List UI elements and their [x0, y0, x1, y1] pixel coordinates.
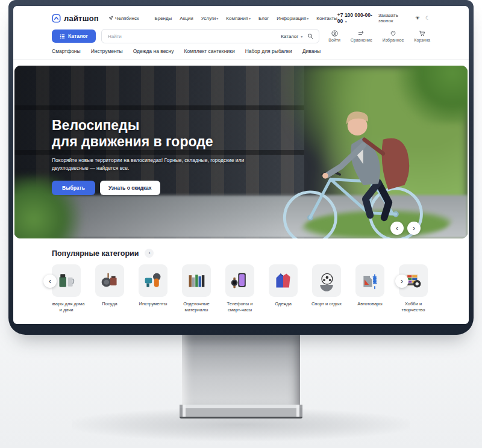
nav-brands[interactable]: Бренды: [154, 16, 172, 21]
location-icon: [108, 16, 113, 20]
request-call-link[interactable]: Заказать звонок: [378, 13, 407, 23]
nav-services-label: Услуги: [201, 16, 216, 21]
hero-subtitle: Покоряйте новые территории на велосипеда…: [52, 157, 251, 172]
cart-icon: [419, 30, 425, 37]
header-actions: Войти Сравнение: [328, 30, 430, 42]
city-selector[interactable]: Челябинск: [108, 16, 139, 21]
logo-text: лайтшоп: [64, 14, 99, 23]
catalog-menu-icon: [60, 34, 65, 39]
category-card-tools[interactable]: Инструменты: [139, 264, 167, 313]
hero-title-line1: Велосипеды: [52, 117, 139, 133]
favorites-button[interactable]: Избранное: [383, 30, 404, 42]
nav-info[interactable]: Информация▾: [277, 16, 308, 21]
monitor-base: [180, 405, 302, 418]
category-tile: [95, 264, 124, 297]
nav-blog[interactable]: Блог: [258, 16, 269, 21]
quick-link-sofas[interactable]: Диваны: [302, 48, 321, 54]
categories-heading: Популярные категории: [52, 249, 139, 258]
cart-label: Корзина: [414, 38, 430, 42]
main-nav: Бренды Акции Услуги▾ Компания▾ Блог Инфо…: [154, 16, 337, 21]
category-card-finishing-materials[interactable]: Отделочные материалы: [182, 264, 211, 313]
search-input[interactable]: [102, 34, 281, 39]
category-card-clothes[interactable]: Одежда: [269, 264, 298, 313]
categories-row: Товары для дома и дачи: [52, 264, 430, 313]
categories-next-button[interactable]: ›: [395, 275, 408, 288]
categories-heading-arrow[interactable]: ›: [145, 249, 154, 258]
search-bar: Каталог ▾: [101, 29, 319, 43]
nav-info-label: Информация: [277, 16, 306, 21]
category-icon-phones-smartwatches: [230, 270, 249, 291]
logo[interactable]: лайтшоп: [52, 14, 99, 23]
search-icon: [307, 33, 313, 39]
chevron-down-icon: ▾: [345, 20, 347, 23]
hero-discounts-button[interactable]: Узнать о скидках: [100, 181, 160, 195]
quick-link-fishing-kit[interactable]: Набор для рыбалки: [245, 48, 292, 54]
top-bar: лайтшоп Челябинск Бренды Акции Услуги▾ К…: [13, 11, 469, 25]
browser-screen: лайтшоп Челябинск Бренды Акции Услуги▾ К…: [13, 6, 469, 324]
quick-link-tools[interactable]: Инструменты: [91, 48, 123, 54]
hero-buttons: Выбрать Узнать о скидках: [52, 181, 251, 195]
popular-categories-section: Популярные категории › ‹ ›: [13, 249, 469, 313]
site-page: лайтшоп Челябинск Бренды Акции Услуги▾ К…: [13, 11, 469, 324]
category-card-auto[interactable]: Автотовары: [355, 264, 384, 313]
dark-theme-icon[interactable]: ☾: [425, 15, 430, 21]
chevron-down-icon: ▾: [307, 17, 308, 20]
hero-banner: Велосипеды для движения в городе Покоряй…: [14, 66, 468, 238]
nav-contacts[interactable]: Контакты: [316, 16, 337, 21]
category-tile: [312, 264, 341, 297]
chevron-down-icon: ▾: [301, 34, 302, 39]
search-submit-button[interactable]: [307, 33, 319, 39]
category-card-sport[interactable]: Спорт и отдых: [312, 264, 341, 313]
chevron-down-icon: ▾: [249, 17, 251, 20]
monitor-stand: [182, 335, 300, 405]
nav-services[interactable]: Услуги▾: [201, 16, 219, 21]
hero-next-button[interactable]: ›: [407, 222, 421, 235]
catalog-button-label: Каталог: [68, 33, 88, 39]
hero-title-line2: для движения в городе: [52, 134, 213, 149]
category-tile: [355, 264, 384, 297]
category-tile: [182, 264, 211, 297]
light-theme-icon[interactable]: ☀: [415, 15, 420, 21]
category-card-home-garden[interactable]: Товары для дома и дачи: [52, 264, 81, 313]
category-tile: [269, 264, 298, 297]
login-button[interactable]: Войти: [328, 30, 340, 42]
compare-button[interactable]: Сравнение: [351, 30, 372, 42]
nav-promos[interactable]: Акции: [180, 16, 193, 21]
hero-leaves-foreground: [389, 66, 468, 123]
category-icon-clothes: [274, 270, 293, 291]
category-icon-finishing-materials: [187, 270, 206, 291]
category-card-hobby[interactable]: Хобби и творчество: [399, 264, 428, 313]
category-tile: [139, 264, 167, 297]
categories-prev-button[interactable]: ‹: [43, 275, 57, 288]
quick-link-spring-clothes[interactable]: Одежда на весну: [133, 48, 174, 54]
category-icon-auto: [360, 270, 380, 291]
phone-number[interactable]: +7 100 000-00-00 ▾: [337, 12, 372, 24]
category-card-cookware[interactable]: Посуда: [95, 264, 124, 313]
cart-button[interactable]: Корзина: [414, 30, 430, 42]
categories-header: Популярные категории ›: [52, 249, 430, 258]
quick-link-plumbing-kit[interactable]: Комплект сантехники: [184, 48, 235, 54]
theme-toggles: ☀ ☾: [415, 15, 430, 21]
hero-choose-button[interactable]: Выбрать: [52, 181, 95, 195]
hero-prev-button[interactable]: ‹: [390, 222, 404, 235]
hero-content: Велосипеды для движения в городе Покоряй…: [52, 117, 251, 195]
monitor-frame: лайтшоп Челябинск Бренды Акции Услуги▾ К…: [8, 0, 474, 335]
category-label: Посуда: [90, 301, 130, 307]
favorites-label: Избранное: [383, 38, 404, 42]
category-card-phones-smartwatches[interactable]: Телефоны и смарт-часы: [225, 264, 254, 313]
page-background: лайтшоп Челябинск Бренды Акции Услуги▾ К…: [0, 0, 482, 448]
category-label: Автотовары: [350, 301, 390, 307]
city-label: Челябинск: [115, 16, 139, 21]
logo-icon: [52, 14, 61, 23]
chevron-down-icon: ▾: [216, 17, 218, 20]
nav-company[interactable]: Компания▾: [226, 16, 251, 21]
category-label: Спорт и отдых: [307, 301, 346, 307]
catalog-button[interactable]: Каталог: [52, 30, 96, 43]
search-scope-select[interactable]: Каталог ▾: [281, 34, 307, 39]
search-row: Каталог Каталог ▾: [13, 30, 469, 43]
category-icon-home-garden: [57, 270, 76, 291]
nav-company-label: Компания: [226, 16, 248, 21]
quick-links: Смартфоны Инструменты Одежда на весну Ко…: [13, 48, 469, 60]
phone-text: +7 100 000-00-00: [337, 12, 372, 24]
quick-link-smartphones[interactable]: Смартфоны: [52, 48, 81, 54]
